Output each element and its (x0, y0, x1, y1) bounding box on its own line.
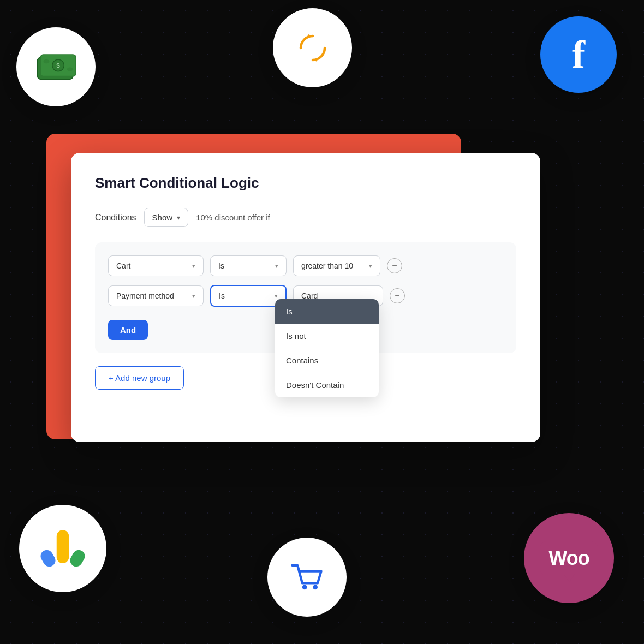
svg-text:$: $ (56, 62, 60, 69)
offer-text: 10% discount offer if (196, 213, 270, 222)
money-circle: $ (16, 27, 96, 106)
rule1-operator-label: Is (218, 261, 224, 270)
operator-dropdown: Is Is not Contains Doesn't Contain (275, 299, 379, 397)
rule1-field-select[interactable]: Cart ▾ (108, 255, 204, 276)
and-button[interactable]: And (108, 320, 148, 340)
rule2-field-label: Payment method (116, 291, 174, 300)
rule1-field-chevron-icon: ▾ (192, 263, 195, 270)
rule-row-1: Cart ▾ Is ▾ greater than 10 ▾ − (108, 255, 503, 276)
rule1-field-label: Cart (116, 261, 130, 270)
svg-rect-7 (57, 530, 69, 563)
rule1-value-select[interactable]: greater than 10 ▾ (293, 255, 380, 276)
dropdown-item-is[interactable]: Is (275, 299, 379, 324)
woo-badge-container: Woo (540, 541, 598, 575)
svg-point-10 (313, 585, 318, 590)
woo-speech-bubble: Woo (540, 541, 598, 575)
conditions-row: Conditions Show ▾ 10% discount offer if (95, 208, 516, 227)
rule2-operator-chevron-icon: ▾ (275, 293, 278, 300)
woo-label: Woo (548, 547, 589, 569)
svg-point-4 (43, 59, 49, 63)
rule2-operator-label: Is (219, 291, 225, 300)
cart-circle (267, 538, 347, 617)
svg-point-9 (302, 585, 307, 590)
svg-point-5 (67, 67, 73, 71)
show-label: Show (152, 213, 173, 222)
conditions-label: Conditions (95, 213, 136, 223)
facebook-circle: f (540, 16, 617, 93)
rule1-remove-button[interactable]: − (387, 258, 402, 273)
google-ads-icon (38, 524, 87, 573)
rule1-value-chevron-icon: ▾ (369, 263, 372, 270)
show-chevron-icon: ▾ (177, 214, 180, 222)
refresh-icon (296, 32, 329, 64)
dropdown-item-doesnt-contain[interactable]: Doesn't Contain (275, 373, 379, 397)
card-title: Smart Conditional Logic (95, 175, 516, 192)
show-select[interactable]: Show ▾ (144, 208, 189, 227)
rule2-remove-button[interactable]: − (390, 288, 405, 303)
money-icon: $ (37, 53, 76, 81)
refresh-circle (273, 8, 352, 87)
main-card: Smart Conditional Logic Conditions Show … (71, 153, 540, 442)
svg-rect-8 (68, 548, 87, 569)
dropdown-item-is-not[interactable]: Is not (275, 324, 379, 348)
dropdown-item-contains[interactable]: Contains (275, 348, 379, 373)
google-ads-circle (19, 505, 106, 592)
add-group-button[interactable]: + Add new group (95, 366, 184, 390)
rule1-value-label: greater than 10 (301, 261, 353, 270)
rule2-field-select[interactable]: Payment method ▾ (108, 285, 204, 306)
woo-circle: Woo (524, 513, 614, 603)
rule2-field-chevron-icon: ▾ (192, 293, 195, 300)
rule1-operator-chevron-icon: ▾ (275, 263, 278, 270)
svg-rect-6 (38, 548, 57, 569)
rule1-operator-select[interactable]: Is ▾ (210, 255, 287, 276)
facebook-icon: f (572, 32, 585, 77)
cart-icon (289, 559, 325, 595)
